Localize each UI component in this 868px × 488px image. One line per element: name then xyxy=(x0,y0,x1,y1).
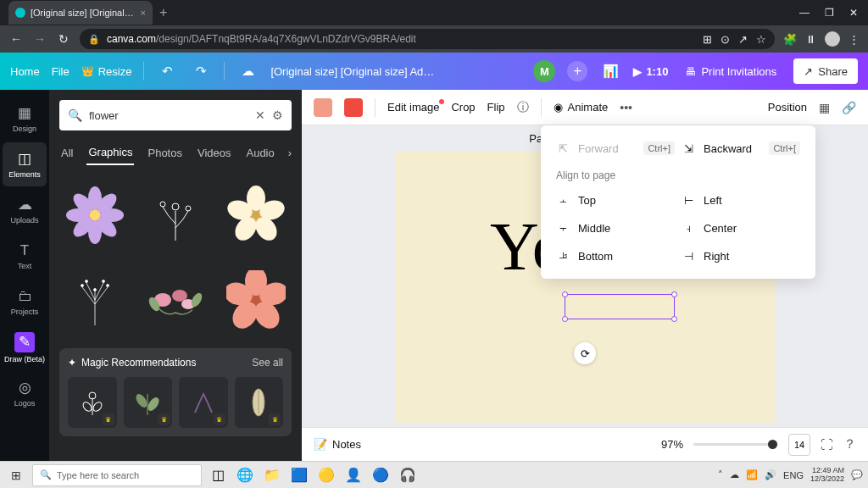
transparency-icon[interactable]: ▦ xyxy=(819,101,830,114)
sync-icon[interactable]: ⟳ xyxy=(574,342,596,364)
volume-icon[interactable]: 🔊 xyxy=(765,469,776,480)
taskbar-app[interactable]: 🟦 xyxy=(288,464,310,486)
tab-photos[interactable]: Photos xyxy=(146,141,183,164)
rail-draw[interactable]: ✎Draw (Beta) xyxy=(3,325,47,369)
tab-graphics[interactable]: Graphics xyxy=(86,141,134,165)
extensions-icon[interactable]: 🧩 xyxy=(783,33,797,46)
share-url-icon[interactable]: ↗ xyxy=(738,33,748,46)
align-bottom[interactable]: ⫡Bottom xyxy=(553,242,678,270)
taskbar-app[interactable]: 🎧 xyxy=(397,464,419,486)
notes-button[interactable]: 📝Notes xyxy=(314,438,361,451)
magic-thumb[interactable]: ♛ xyxy=(124,377,173,428)
resize-button[interactable]: 👑Resize xyxy=(81,65,132,78)
close-window-icon[interactable]: ✕ xyxy=(849,7,858,19)
filter-icon[interactable]: ⚙ xyxy=(272,108,283,122)
taskbar-app[interactable]: 👤 xyxy=(342,464,364,486)
align-left[interactable]: ⊢Left xyxy=(678,186,804,214)
element-thumb[interactable] xyxy=(59,263,131,336)
wifi-icon[interactable]: 📶 xyxy=(746,469,758,480)
magic-thumb[interactable]: ♛ xyxy=(235,377,284,428)
more-icon[interactable]: ••• xyxy=(620,101,632,114)
taskbar-app[interactable]: 📁 xyxy=(261,464,283,486)
magic-thumb[interactable]: ♛ xyxy=(179,377,228,428)
profile-avatar[interactable] xyxy=(825,31,840,47)
align-top[interactable]: ⫠Top xyxy=(553,186,678,214)
back-icon[interactable]: ← xyxy=(8,32,24,46)
add-member-button[interactable]: + xyxy=(567,61,587,81)
file-button[interactable]: File xyxy=(52,65,70,78)
new-tab-button[interactable]: + xyxy=(159,5,167,20)
reload-icon[interactable]: ↻ xyxy=(56,32,71,46)
link-icon[interactable]: 🔗 xyxy=(842,101,856,114)
rail-uploads[interactable]: ☁Uploads xyxy=(3,188,47,232)
element-thumb[interactable] xyxy=(220,448,292,461)
element-thumb[interactable] xyxy=(220,179,292,252)
see-all-link[interactable]: See all xyxy=(252,357,283,369)
forward-icon[interactable]: → xyxy=(32,32,47,46)
rail-logos[interactable]: ◎Logos xyxy=(3,371,47,415)
doc-title[interactable]: [Original size] [Original size] Add a he… xyxy=(270,65,440,78)
page-count[interactable]: 14 xyxy=(788,434,810,456)
taskbar-app[interactable]: 🌐 xyxy=(234,464,256,486)
zoom-icon[interactable]: ⊙ xyxy=(721,33,730,46)
rail-elements[interactable]: ◫Elements xyxy=(3,142,47,186)
user-avatar[interactable]: M xyxy=(533,60,555,82)
fullscreen-icon[interactable]: ⛶ xyxy=(821,437,833,452)
language-indicator[interactable]: ENG xyxy=(783,470,804,480)
color-swatch-1[interactable] xyxy=(314,98,332,117)
zoom-slider[interactable] xyxy=(693,443,778,446)
minimize-icon[interactable]: — xyxy=(799,7,810,19)
home-button[interactable]: Home xyxy=(10,65,40,78)
animate-button[interactable]: ◉Animate xyxy=(554,101,609,114)
browser-tab[interactable]: [Original size] [Original size] Add… × xyxy=(8,1,153,25)
element-thumb[interactable] xyxy=(220,263,292,336)
notifications-icon[interactable]: 💬 xyxy=(851,469,863,480)
info-icon[interactable]: ⓘ xyxy=(517,100,529,115)
zoom-value[interactable]: 97% xyxy=(651,438,683,451)
align-right[interactable]: ⊣Right xyxy=(678,242,804,270)
address-bar[interactable]: 🔒 canva.com/design/DAFTnqBt9RA/a4q7X6gwV… xyxy=(80,29,775,49)
tray-icon[interactable]: ☁ xyxy=(730,469,739,480)
help-icon[interactable]: ？ xyxy=(843,436,856,452)
tab-all[interactable]: All xyxy=(59,141,75,164)
rail-projects[interactable]: 🗀Projects xyxy=(3,280,47,324)
cloud-save-icon[interactable]: ☁ xyxy=(236,64,259,79)
bookmark-icon[interactable]: ☆ xyxy=(756,33,766,46)
undo-icon[interactable]: ↶ xyxy=(156,64,178,79)
taskbar-app[interactable]: 🔵 xyxy=(370,464,392,486)
rail-design[interactable]: ▦Design xyxy=(3,97,47,141)
element-thumb[interactable] xyxy=(59,179,131,252)
start-button[interactable]: ⊞ xyxy=(5,464,27,486)
menu-icon[interactable]: ⋮ xyxy=(849,33,860,46)
taskbar-chrome[interactable]: 🟡 xyxy=(315,464,337,486)
task-view-icon[interactable]: ◫ xyxy=(207,464,229,486)
clear-icon[interactable]: ✕ xyxy=(255,108,265,122)
element-thumb[interactable] xyxy=(140,448,212,461)
position-backward[interactable]: ⇲BackwardCtrl+[ xyxy=(678,134,804,163)
tab-audio[interactable]: Audio xyxy=(244,141,275,164)
share-button[interactable]: ↗Share xyxy=(793,58,858,84)
rail-text[interactable]: TText xyxy=(3,234,47,278)
search-input[interactable] xyxy=(89,109,248,122)
flip-button[interactable]: Flip xyxy=(487,101,505,114)
sync-icon[interactable]: ⏸ xyxy=(805,33,816,46)
search-elements[interactable]: 🔍 ✕ ⚙ xyxy=(59,100,292,130)
position-button[interactable]: Position xyxy=(768,101,807,114)
print-button[interactable]: 🖶Print Invitations xyxy=(680,65,782,78)
element-thumb[interactable] xyxy=(59,448,131,461)
tabs-more-icon[interactable]: › xyxy=(288,147,292,159)
translate-icon[interactable]: ⊞ xyxy=(703,33,712,46)
taskbar-search[interactable]: 🔍Type here to search xyxy=(32,464,202,486)
tray-chevron-icon[interactable]: ˄ xyxy=(718,469,723,480)
align-center[interactable]: ⫞Center xyxy=(678,214,804,242)
clock[interactable]: 12:49 AM12/3/2022 xyxy=(810,467,844,484)
present-timer[interactable]: ▶1:10 xyxy=(633,65,668,78)
color-swatch-2[interactable] xyxy=(344,98,363,117)
maximize-icon[interactable]: ❐ xyxy=(825,7,834,19)
align-middle[interactable]: ⫟Middle xyxy=(553,214,678,242)
element-thumb[interactable] xyxy=(140,263,212,336)
close-icon[interactable]: × xyxy=(141,8,146,18)
selection-box[interactable] xyxy=(565,294,675,319)
edit-image-button[interactable]: Edit image xyxy=(387,101,439,114)
redo-icon[interactable]: ↷ xyxy=(190,64,212,79)
